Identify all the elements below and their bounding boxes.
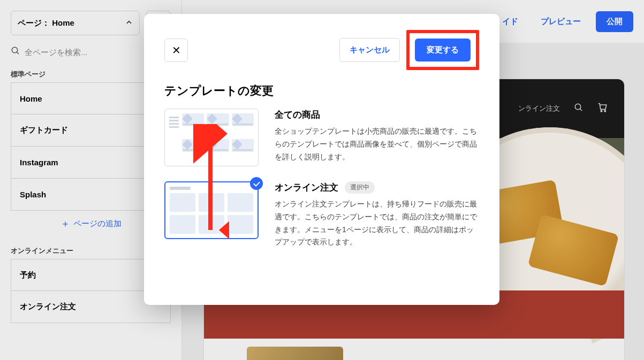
template-name: オンライン注文 [275,181,338,194]
modal-title: テンプレートの変更 [164,83,479,99]
template-option-online-order[interactable]: オンライン注文 選択中 オンライン注文テンプレートは、持ち帰りフードの販売に最適… [164,181,479,249]
selected-pill: 選択中 [345,181,375,194]
template-thumb-online-order [164,181,259,239]
template-name: 全ての商品 [275,109,320,121]
template-desc: 全ショップテンプレートは小売商品の販売に最適です。こちらのテンプレートでは商品画… [275,125,479,163]
close-button[interactable]: ✕ [164,39,188,62]
confirm-button[interactable]: 変更する [415,39,471,62]
close-icon: ✕ [172,44,181,57]
template-desc: オンライン注文テンプレートは、持ち帰りフードの販売に最適です。こちらのテンプレー… [275,198,479,249]
template-option-all-items[interactable]: 全ての商品 全ショップテンプレートは小売商品の販売に最適です。こちらのテンプレー… [164,109,479,166]
highlight-box: 変更する [406,30,479,70]
cancel-button[interactable]: キャンセル [339,38,400,62]
template-change-modal: ✕ キャンセル 変更する テンプレートの変更 [144,14,499,305]
template-thumb-all-items [164,109,259,166]
